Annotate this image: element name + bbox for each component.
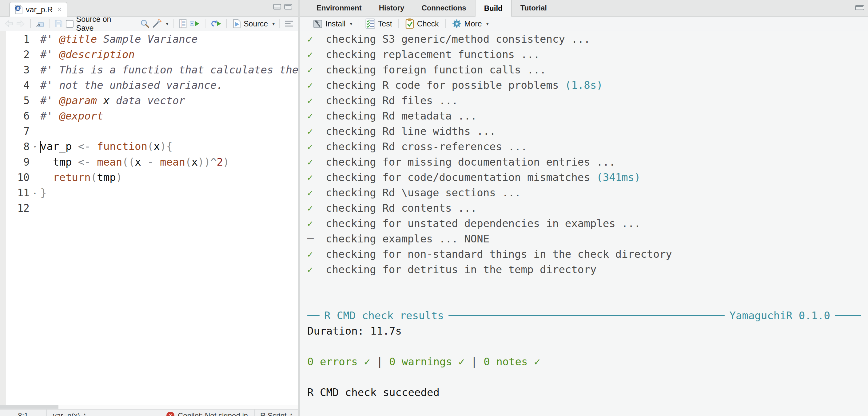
editor-tab-bar: R var_p.R × <box>0 0 298 16</box>
tab-history[interactable]: History <box>370 0 413 16</box>
search-icon[interactable] <box>140 19 149 28</box>
build-toolbar: Install ▾ Test <box>300 16 868 31</box>
scope-selector[interactable]: var_p(x) ▴▾ <box>46 410 130 416</box>
source-editor-pane: R var_p.R × <box>0 0 298 416</box>
check-button[interactable]: Check <box>404 19 440 29</box>
install-label: Install <box>326 20 345 28</box>
build-line: ✓checking for unstated dependencies in e… <box>307 216 861 231</box>
check-results-header: R CMD check results YamaguchiR 0.1.0 <box>307 308 861 323</box>
check-clipboard-icon <box>405 19 414 29</box>
tab-tutorial[interactable]: Tutorial <box>512 0 556 16</box>
test-button[interactable]: Test <box>364 19 394 29</box>
build-line-text: checking Rd line widths ... <box>326 125 496 137</box>
code-editor[interactable]: 1#' @title Sample Variance2#' @descripti… <box>0 31 298 405</box>
toolbar-separator <box>174 19 174 28</box>
build-line-text: checking R code for possible problems <box>326 79 559 91</box>
maximize-pane-icon[interactable] <box>284 4 292 9</box>
build-line-text: checking for detritus in the temp direct… <box>326 263 596 276</box>
scrollbar-thumb[interactable] <box>0 405 58 409</box>
fold-open-icon[interactable]: ▾ <box>30 144 40 150</box>
more-button[interactable]: More ▾ <box>451 19 490 29</box>
source-on-save-label: Source on Save <box>76 15 130 33</box>
code-line[interactable]: 8▾var_p <- function(x){ <box>0 139 298 154</box>
chevron-down-icon: ▾ <box>272 21 275 27</box>
minimize-pane-icon[interactable] <box>273 4 281 9</box>
code-line[interactable]: 12 <box>0 200 298 216</box>
code-line[interactable]: 7 <box>0 124 298 139</box>
build-line-text: checking Rd files ... <box>326 94 458 107</box>
more-label: More <box>464 20 482 28</box>
check-mark-icon: ✓ <box>307 111 326 122</box>
compile-report-icon[interactable] <box>179 19 187 28</box>
build-line: ✓checking Rd line widths ... <box>307 124 861 139</box>
back-icon[interactable] <box>4 20 13 27</box>
check-mark-icon: ✓ <box>307 172 326 183</box>
check-mark-icon: ✓ <box>307 95 326 106</box>
code-line[interactable]: 9 tmp <- mean((x - mean(x))^2) <box>0 154 298 170</box>
source-button-label: Source <box>244 20 268 28</box>
code-line[interactable]: 4#' not the unbiased variance. <box>0 77 298 93</box>
check-mark-icon: ✓ <box>307 218 326 229</box>
tab-environment[interactable]: Environment <box>308 0 370 16</box>
build-line: ✓checking replacement functions ... <box>307 47 861 62</box>
test-label: Test <box>378 20 392 28</box>
build-line-text: checking replacement functions ... <box>326 48 540 61</box>
line-number: 1 <box>0 33 30 45</box>
scope-label: var_p(x) <box>53 411 80 416</box>
code-line[interactable]: 11▴} <box>0 185 298 200</box>
toolbar-separator <box>135 19 135 28</box>
build-check-lines: ✓checking S3 generic/method consistency … <box>307 31 861 277</box>
code-line[interactable]: 2#' @description <box>0 47 298 62</box>
code-text: } <box>40 186 46 199</box>
code-line[interactable]: 10 return(tmp) <box>0 170 298 185</box>
code-line[interactable]: 3#' This is a function that calculates t… <box>0 62 298 77</box>
skip-mark: ─ <box>307 233 326 245</box>
code-text: tmp <- mean((x - mean(x))^2) <box>40 156 229 168</box>
install-button[interactable]: Install ▾ <box>312 19 354 29</box>
code-line[interactable]: 1#' @title Sample Variance <box>0 31 298 47</box>
line-number: 6 <box>0 110 30 122</box>
check-mark-icon: ✓ <box>307 157 326 168</box>
build-line: ✓checking Rd files ... <box>307 93 861 108</box>
run-line-icon[interactable] <box>189 20 199 28</box>
tab-connections[interactable]: Connections <box>413 0 474 16</box>
duration-line: Duration: 11.7s <box>307 323 861 339</box>
chevron-down-icon: ▾ <box>486 21 489 27</box>
build-line: ✓checking for code/documentation mismatc… <box>307 170 861 185</box>
chevron-down-icon[interactable]: ▾ <box>166 21 168 27</box>
close-icon[interactable]: × <box>57 5 62 14</box>
tab-build[interactable]: Build <box>475 0 512 16</box>
toolbar-separator <box>359 19 359 28</box>
code-line[interactable]: 6#' @export <box>0 108 298 124</box>
line-number: 7 <box>0 125 30 137</box>
check-mark-icon: ✓ <box>307 49 326 60</box>
source-button[interactable]: Source ▾ <box>231 19 276 28</box>
elapsed-time: (341ms) <box>590 171 641 183</box>
install-hammer-icon <box>313 19 323 29</box>
build-line: ─checking examples ... NONE <box>307 231 861 246</box>
build-line-text: checking Rd metadata ... <box>326 110 477 122</box>
rerun-icon[interactable] <box>210 20 221 28</box>
magic-wand-icon[interactable] <box>152 19 161 29</box>
save-icon[interactable] <box>55 20 63 28</box>
tab-var-p-r[interactable]: R var_p.R × <box>9 2 67 16</box>
filetype-selector[interactable]: R Script ▴▾ <box>254 410 298 416</box>
code-text: var_p <- function(x){ <box>40 140 173 153</box>
copilot-error-icon: × <box>166 412 175 416</box>
result-segment: | <box>370 355 389 368</box>
source-on-save-checkbox[interactable] <box>66 20 73 28</box>
forward-icon[interactable] <box>16 20 25 27</box>
document-outline-icon[interactable] <box>284 20 293 27</box>
maximize-pane-icon[interactable] <box>855 5 864 10</box>
horizontal-scrollbar[interactable] <box>0 405 298 409</box>
code-line[interactable]: 5#' @param x data vector <box>0 93 298 108</box>
copilot-status[interactable]: × Copilot: Not signed in <box>166 410 254 416</box>
fold-end-icon[interactable]: ▴ <box>30 190 40 195</box>
up-down-chevron-icon: ▴▾ <box>84 412 86 416</box>
document-title: var_p.R <box>26 5 53 14</box>
pane-tab-bar: EnvironmentHistoryConnectionsBuildTutori… <box>300 0 868 16</box>
code-text: return(tmp) <box>40 171 122 183</box>
open-in-new-window-icon[interactable] <box>36 20 44 28</box>
toolbar-separator <box>205 19 206 28</box>
check-succeeded-line: R CMD check succeeded <box>307 385 861 400</box>
